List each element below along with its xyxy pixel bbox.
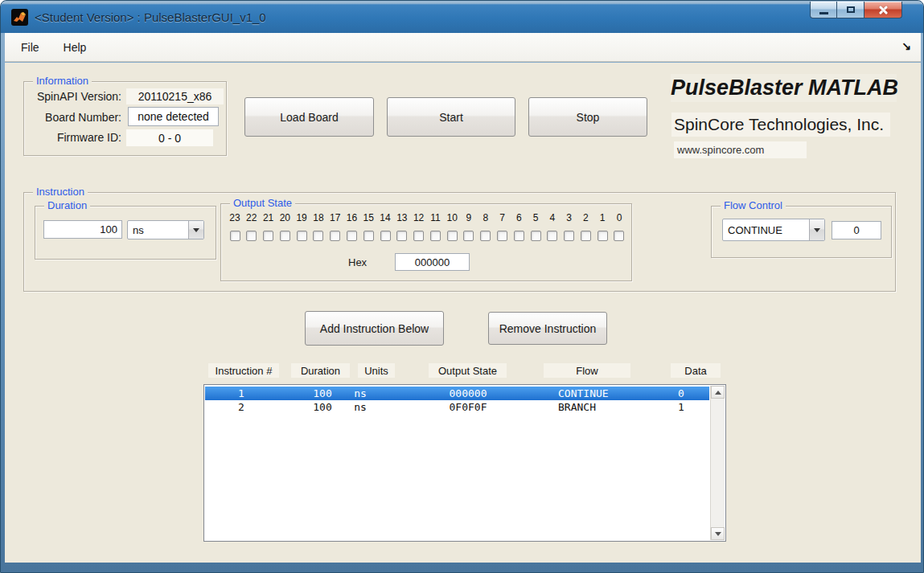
- instruction-panel-title: Instruction: [33, 186, 88, 198]
- bit-number-label: 16: [347, 212, 357, 223]
- scroll-up-button[interactable]: [711, 386, 725, 399]
- spinapi-version-value: 20110215_x86: [126, 88, 224, 104]
- output-bit-9: 9: [461, 212, 477, 248]
- output-bit-1: 1: [594, 212, 610, 248]
- header-flow: Flow: [544, 363, 630, 378]
- board-number-field[interactable]: none detected: [128, 107, 219, 126]
- duration-panel-title: Duration: [44, 199, 90, 211]
- bit-number-label: 15: [363, 212, 374, 223]
- output-bit-18: 18: [310, 212, 326, 248]
- arrow-up-icon: [715, 391, 721, 395]
- output-bit-20: 20: [277, 212, 293, 248]
- instruction-listbox[interactable]: 1100ns000000CONTINUE02100ns0F0F0FBRANCH1: [203, 384, 726, 542]
- header-units: Units: [358, 363, 395, 378]
- bit-checkbox-8[interactable]: [480, 231, 491, 241]
- cell-data: 0: [650, 387, 713, 400]
- bit-number-label: 4: [550, 212, 556, 223]
- output-bit-22: 22: [244, 212, 260, 248]
- bit-number-label: 14: [380, 212, 390, 223]
- maximize-button[interactable]: [837, 2, 864, 18]
- output-bit-21: 21: [261, 212, 277, 248]
- bit-checkbox-12[interactable]: [413, 231, 424, 241]
- add-instruction-button[interactable]: Add Instruction Below: [305, 311, 444, 346]
- stop-button[interactable]: Stop: [528, 97, 647, 137]
- bit-checkbox-14[interactable]: [380, 231, 391, 241]
- output-bit-row: 23222120191817161514131211109876543210: [227, 212, 627, 248]
- scroll-down-button[interactable]: [711, 527, 725, 540]
- bit-checkbox-18[interactable]: [313, 231, 323, 241]
- flow-control-dropdown[interactable]: CONTINUE: [722, 219, 825, 241]
- bit-checkbox-5[interactable]: [531, 231, 541, 241]
- dock-arrow-icon[interactable]: ↘: [901, 39, 911, 52]
- start-button[interactable]: Start: [387, 97, 515, 137]
- output-bit-4: 4: [544, 212, 561, 248]
- hex-label: Hex: [348, 256, 367, 268]
- bit-number-label: 22: [246, 212, 257, 223]
- output-state-panel-title: Output State: [230, 197, 295, 209]
- output-bit-12: 12: [411, 212, 427, 248]
- bit-checkbox-2[interactable]: [581, 231, 591, 241]
- flow-data-field[interactable]: 0: [832, 221, 881, 239]
- bit-checkbox-4[interactable]: [547, 231, 557, 241]
- bit-checkbox-7[interactable]: [497, 231, 507, 241]
- cell-output: 000000: [436, 387, 500, 400]
- bit-checkbox-23[interactable]: [230, 231, 240, 241]
- bit-number-label: 5: [533, 212, 539, 223]
- bit-number-label: 10: [446, 212, 457, 223]
- bit-checkbox-11[interactable]: [430, 231, 441, 241]
- load-board-button[interactable]: Load Board: [244, 97, 374, 137]
- bit-checkbox-1[interactable]: [598, 231, 608, 241]
- close-button[interactable]: [864, 2, 902, 18]
- cell-units: ns: [332, 400, 388, 414]
- duration-units-dropdown[interactable]: ns: [127, 220, 204, 239]
- table-row-2[interactable]: 2100ns0F0F0FBRANCH1: [205, 400, 709, 414]
- menu-file[interactable]: File: [13, 38, 47, 57]
- menu-help[interactable]: Help: [55, 38, 95, 57]
- bit-number-label: 13: [396, 212, 407, 223]
- cell-num: 2: [209, 400, 273, 414]
- bit-number-label: 2: [583, 212, 589, 223]
- bit-number-label: 1: [600, 212, 606, 223]
- listbox-scrollbar[interactable]: [710, 386, 725, 540]
- bit-number-label: 19: [296, 212, 306, 223]
- duration-field[interactable]: 100: [43, 220, 122, 239]
- app-window: <Student Version> : PulseBlasterGUI_v1_0…: [0, 0, 924, 573]
- flow-control-dropdown-button[interactable]: [809, 219, 824, 240]
- bit-checkbox-22[interactable]: [246, 231, 257, 241]
- output-bit-23: 23: [227, 212, 243, 248]
- bit-checkbox-10[interactable]: [447, 231, 458, 241]
- titlebar[interactable]: <Student Version> : PulseBlasterGUI_v1_0: [1, 1, 923, 33]
- hex-field[interactable]: 000000: [395, 253, 470, 271]
- remove-instruction-button[interactable]: Remove Instruction: [488, 312, 607, 345]
- bit-checkbox-21[interactable]: [263, 231, 273, 241]
- menubar: File Help ↘: [5, 33, 921, 62]
- brand-product: PulseBlaster MATLAB: [671, 74, 897, 102]
- bit-checkbox-15[interactable]: [363, 231, 374, 241]
- arrow-down-icon: [715, 532, 721, 536]
- bit-number-label: 11: [430, 212, 440, 223]
- cell-num: 1: [209, 387, 273, 400]
- bit-checkbox-13[interactable]: [396, 231, 407, 241]
- duration-units-dropdown-button[interactable]: [188, 221, 203, 239]
- bit-number-label: 17: [330, 212, 340, 223]
- output-bit-8: 8: [478, 212, 494, 248]
- bit-checkbox-17[interactable]: [330, 231, 340, 241]
- brand-website: www.spincore.com: [674, 141, 807, 158]
- bit-checkbox-16[interactable]: [347, 231, 357, 241]
- bit-checkbox-9[interactable]: [463, 231, 474, 241]
- bit-checkbox-19[interactable]: [297, 231, 307, 241]
- cell-units: ns: [332, 387, 388, 400]
- bit-checkbox-3[interactable]: [564, 231, 574, 241]
- window-title: <Student Version> : PulseBlasterGUI_v1_0: [35, 10, 266, 24]
- output-bit-10: 10: [444, 212, 460, 248]
- spinapi-version-label: SpinAPI Version:: [31, 90, 121, 103]
- table-row-1[interactable]: 1100ns000000CONTINUE0: [205, 387, 709, 400]
- output-bit-11: 11: [427, 212, 443, 248]
- output-bit-14: 14: [377, 212, 393, 248]
- bit-number-label: 20: [280, 212, 290, 223]
- bit-checkbox-20[interactable]: [280, 231, 290, 241]
- bit-number-label: 6: [516, 212, 522, 223]
- minimize-button[interactable]: [810, 2, 837, 18]
- bit-checkbox-0[interactable]: [614, 231, 624, 241]
- bit-checkbox-6[interactable]: [514, 231, 524, 241]
